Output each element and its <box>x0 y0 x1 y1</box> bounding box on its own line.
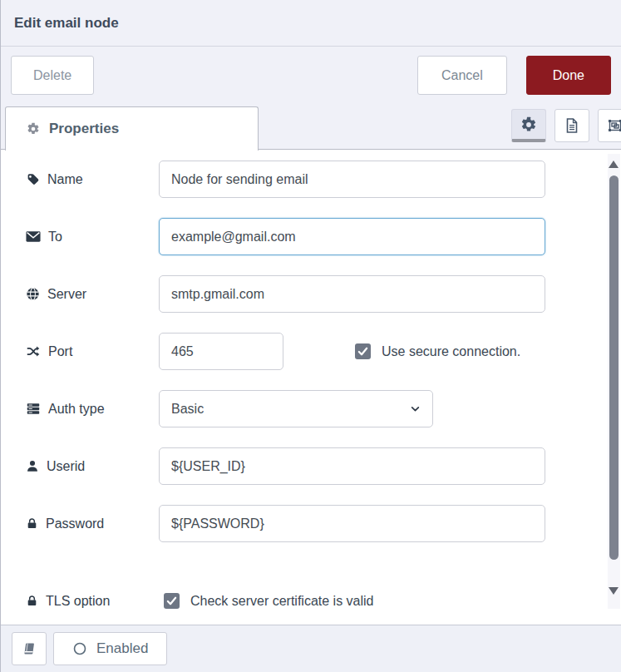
userid-row: Userid <box>1 447 621 485</box>
dialog-footer: Enabled <box>1 625 621 672</box>
tab-icon-buttons <box>511 109 621 142</box>
port-label: Port <box>1 344 159 359</box>
auth-type-select-wrap: Basic <box>159 390 433 427</box>
gear-icon <box>27 122 40 136</box>
name-input[interactable] <box>159 161 545 198</box>
delete-button[interactable]: Delete <box>11 56 94 95</box>
server-input[interactable] <box>159 275 545 313</box>
password-row: Password <box>1 505 621 542</box>
server-label: Server <box>1 287 159 302</box>
scrollbar-thumb[interactable] <box>609 175 619 560</box>
globe-icon <box>26 287 40 301</box>
dialog-toolbar: Delete Cancel Done <box>1 47 621 104</box>
edit-email-node-dialog: Edit email node Delete Cancel Done Prope… <box>0 0 621 672</box>
form-scrollbar[interactable] <box>608 154 620 609</box>
tls-option-row: TLS option Check server certificate is v… <box>1 582 621 613</box>
dialog-title: Edit email node <box>14 15 119 32</box>
description-tab-button[interactable] <box>554 109 589 142</box>
tag-icon <box>26 172 40 186</box>
server-row: Server <box>1 275 621 313</box>
appearance-tab-button[interactable] <box>598 109 621 142</box>
tab-properties[interactable]: Properties <box>5 106 259 151</box>
port-row: Port Use secure connection. <box>1 333 621 370</box>
lock-icon <box>26 516 38 531</box>
scroll-up-arrow-icon[interactable] <box>609 161 619 168</box>
done-button[interactable]: Done <box>526 56 611 95</box>
secure-connection-label: Use secure connection. <box>382 344 520 359</box>
tls-option-label: TLS option <box>1 594 159 609</box>
userid-input[interactable] <box>159 447 545 485</box>
to-label: To <box>1 230 159 245</box>
tab-properties-label: Properties <box>49 121 119 137</box>
node-enabled-toggle[interactable]: Enabled <box>53 632 167 665</box>
auth-type-row: Auth type Basic <box>1 390 621 427</box>
envelope-icon <box>26 230 41 243</box>
tls-checkbox[interactable] <box>164 593 180 609</box>
tls-check-group: Check server certificate is valid <box>164 593 374 609</box>
to-input[interactable] <box>159 218 545 255</box>
lock-icon <box>26 594 38 608</box>
properties-tab-button[interactable] <box>511 109 546 142</box>
secure-connection-checkbox[interactable] <box>355 343 371 359</box>
name-row: Name <box>1 161 621 198</box>
shuffle-icon <box>26 344 41 358</box>
tab-bar: Properties <box>1 104 621 150</box>
to-row: To <box>1 218 621 255</box>
cancel-button[interactable]: Cancel <box>417 56 507 95</box>
dialog-header: Edit email node <box>1 0 621 47</box>
password-input[interactable] <box>159 505 545 542</box>
server-icon <box>26 402 41 416</box>
object-group-icon <box>607 117 621 134</box>
userid-label: Userid <box>1 459 159 474</box>
circle-outline-icon <box>72 641 87 656</box>
node-help-button[interactable] <box>12 632 47 665</box>
auth-type-select[interactable]: Basic <box>159 390 433 427</box>
secure-connection-group: Use secure connection. <box>355 343 520 359</box>
gear-icon <box>520 116 537 133</box>
tls-check-label: Check server certificate is valid <box>190 594 374 609</box>
user-icon <box>26 459 39 473</box>
auth-type-label: Auth type <box>1 402 159 417</box>
node-enabled-label: Enabled <box>96 640 148 657</box>
content-bottom-spacer <box>1 613 621 625</box>
port-input[interactable] <box>159 333 283 370</box>
name-label: Name <box>1 172 159 187</box>
properties-form: Name To Server <box>1 150 621 613</box>
file-text-icon <box>564 117 580 134</box>
book-icon <box>22 641 37 656</box>
password-label: Password <box>1 516 159 531</box>
scroll-down-arrow-icon[interactable] <box>609 587 619 595</box>
